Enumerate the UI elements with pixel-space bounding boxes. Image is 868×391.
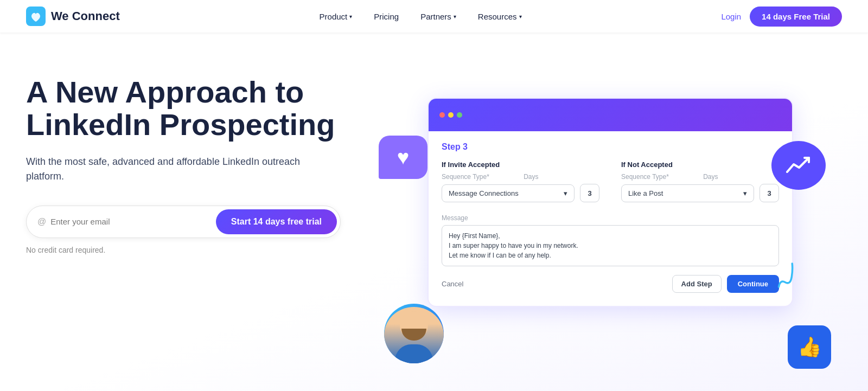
step-row: If Invite Accepted Sequence Type* Days M… bbox=[442, 161, 779, 206]
step-label: Step 3 bbox=[442, 142, 779, 152]
left-col-heading: If Invite Accepted bbox=[442, 161, 599, 169]
trend-bubble bbox=[771, 141, 826, 190]
nav-actions: Login 14 days Free Trial bbox=[721, 7, 842, 27]
ui-card-header bbox=[429, 99, 792, 131]
logo-icon bbox=[26, 7, 46, 26]
right-field-row: Like a Post ▾ 3 bbox=[621, 184, 779, 202]
right-days-box: 3 bbox=[760, 184, 779, 202]
left-seq-select[interactable]: Message Connections ▾ bbox=[442, 184, 575, 202]
thumbs-up-icon: 👍 bbox=[797, 336, 822, 358]
nav-partners[interactable]: Partners ▾ bbox=[412, 8, 465, 25]
left-seq-label: Sequence Type* Days bbox=[442, 173, 599, 181]
nav-links: Product ▾ Pricing Partners ▾ Resources ▾ bbox=[311, 8, 531, 25]
logo[interactable]: We Connect bbox=[26, 7, 120, 26]
right-seq-label: Sequence Type* Days bbox=[621, 173, 779, 181]
avatar-body bbox=[395, 344, 433, 363]
heart-bubble: ♥ bbox=[379, 136, 427, 179]
msg-box: Hey {First Name}, I am super happy to ha… bbox=[442, 225, 779, 266]
logo-text: We Connect bbox=[51, 9, 120, 23]
window-dot-red bbox=[439, 112, 445, 118]
cancel-button[interactable]: Cancel bbox=[442, 280, 463, 288]
msg-label: Message bbox=[442, 214, 779, 222]
hero-left: A New Approach to LinkedIn Prospecting W… bbox=[26, 65, 352, 254]
hero-section: A New Approach to LinkedIn Prospecting W… bbox=[0, 33, 868, 391]
nav-product[interactable]: Product ▾ bbox=[311, 8, 361, 25]
chevron-down-icon: ▾ bbox=[519, 14, 522, 20]
left-field-row: Message Connections ▾ 3 bbox=[442, 184, 599, 202]
avatar-beard bbox=[401, 329, 426, 341]
thumbs-up-bubble: 👍 bbox=[788, 325, 831, 369]
email-input[interactable] bbox=[50, 217, 216, 226]
ui-mockup-card: Step 3 If Invite Accepted Sequence Type*… bbox=[427, 98, 793, 307]
email-form: @ Start 14 days free trial bbox=[26, 206, 341, 238]
left-col: If Invite Accepted Sequence Type* Days M… bbox=[442, 161, 599, 206]
step-footer: Cancel Add Step Continue bbox=[442, 275, 779, 293]
left-days-box: 3 bbox=[580, 184, 599, 202]
email-icon: @ bbox=[37, 217, 46, 227]
chevron-down-icon: ▾ bbox=[743, 189, 747, 197]
ui-card-body: Step 3 If Invite Accepted Sequence Type*… bbox=[429, 131, 792, 306]
right-col-heading: If Not Accepted bbox=[621, 161, 779, 169]
avatar-circle bbox=[384, 304, 444, 363]
nav-resources[interactable]: Resources ▾ bbox=[469, 8, 531, 25]
chevron-down-icon: ▾ bbox=[349, 14, 352, 20]
window-dot-green bbox=[457, 112, 462, 118]
right-seq-select[interactable]: Like a Post ▾ bbox=[621, 184, 754, 202]
cta-button[interactable]: Start 14 days free trial bbox=[216, 209, 337, 234]
hero-right: ✦ ♥ Step 3 bbox=[352, 65, 842, 380]
add-step-button[interactable]: Add Step bbox=[672, 275, 722, 293]
login-button[interactable]: Login bbox=[721, 12, 741, 21]
no-credit-text: No credit card required. bbox=[26, 246, 352, 254]
chevron-down-icon: ▾ bbox=[564, 189, 567, 197]
right-col: If Not Accepted Sequence Type* Days Like… bbox=[621, 161, 779, 206]
heart-icon: ♥ bbox=[397, 146, 410, 169]
trend-up-icon bbox=[786, 156, 811, 175]
nav-pricing[interactable]: Pricing bbox=[365, 8, 407, 25]
chevron-down-icon: ▾ bbox=[454, 14, 456, 20]
trial-button[interactable]: 14 days Free Trial bbox=[750, 7, 842, 27]
navbar: We Connect Product ▾ Pricing Partners ▾ … bbox=[0, 0, 868, 33]
window-dot-yellow bbox=[448, 112, 454, 118]
hero-title: A New Approach to LinkedIn Prospecting bbox=[26, 76, 352, 142]
avatar-person bbox=[384, 307, 444, 364]
hero-subtitle: With the most safe, advanced and afforda… bbox=[26, 155, 308, 184]
